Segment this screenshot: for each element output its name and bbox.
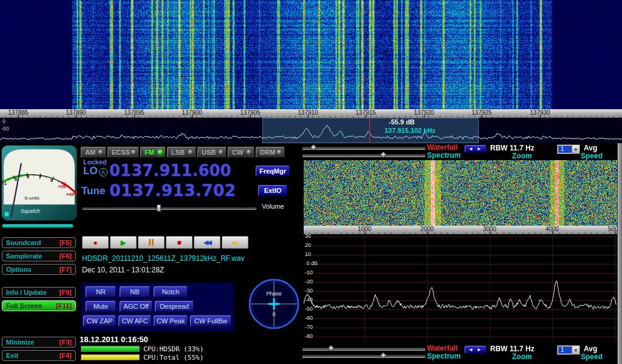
stop-button[interactable]: ■ xyxy=(166,236,193,249)
volume-slider-thumb[interactable] xyxy=(157,204,161,212)
waterfall-contrast-slider[interactable] xyxy=(302,348,425,351)
cw-zap-button[interactable]: CW ZAP xyxy=(83,315,116,326)
strip-axis-label: 0 xyxy=(2,118,5,124)
lo-lock-badge[interactable]: A xyxy=(99,168,108,177)
avg-dropdown[interactable]: 1 ▼ xyxy=(557,345,580,355)
svg-text:+20: +20 xyxy=(58,184,66,189)
avg-label: Avg xyxy=(584,345,597,353)
lo-frequency-display[interactable]: 0137.911.600 xyxy=(109,161,231,180)
waterfall-contrast-slider[interactable] xyxy=(302,147,425,150)
right-scrollbar[interactable] xyxy=(617,143,622,364)
scale-tick: 137905 xyxy=(238,109,262,118)
scale-tick: 137890 xyxy=(64,109,88,118)
s-meter-pivot xyxy=(4,212,9,217)
audio-spectrum-display[interactable] xyxy=(304,234,617,342)
cw-afc-button[interactable]: CW AFC xyxy=(118,315,151,326)
waterfall-label[interactable]: Waterfall xyxy=(427,344,457,352)
rbw-readout: RBW 11.7 Hz xyxy=(490,144,535,152)
spectrum-gain-slider[interactable] xyxy=(302,154,425,157)
despread-button[interactable]: Despread xyxy=(155,301,194,312)
scale-tick: 1000 xyxy=(352,226,377,234)
waterfall-label[interactable]: Waterfall xyxy=(427,143,457,152)
dropdown-arrow-icon[interactable]: ▼ xyxy=(572,145,579,153)
svg-text:5: 5 xyxy=(27,174,30,180)
volume-label: Volume xyxy=(262,203,284,210)
freqmgr-button[interactable]: FreqMgr xyxy=(256,166,290,177)
lo-label: LO xyxy=(83,165,98,177)
svg-text:3: 3 xyxy=(15,177,18,182)
scale-tick: 137915 xyxy=(354,109,378,118)
cw-peak-button[interactable]: CW Peak xyxy=(154,315,188,326)
pan-arrows-button[interactable]: ◄ ► xyxy=(465,145,487,153)
pan-arrows-icon: ◄ ► xyxy=(468,146,483,152)
rbw-readout: RBW 11.7 Hz xyxy=(490,345,535,353)
rewind-icon: ◀◀ xyxy=(203,239,210,246)
pause-icon xyxy=(149,239,154,246)
samplerate-button[interactable]: Samplerate[F6] xyxy=(2,251,76,261)
zoom-band-highlight[interactable] xyxy=(262,118,479,143)
recording-filename: HDSDR_20111210_125611Z_137912kHz_RF.wav xyxy=(82,254,245,263)
audio-waterfall-display[interactable] xyxy=(304,160,617,226)
db-tick: 10 xyxy=(305,251,311,257)
clock-display: 18.12.2011 0:16:50 xyxy=(80,335,148,344)
avg-dropdown[interactable]: 1 ▼ xyxy=(557,144,580,154)
mute-button[interactable]: Mute xyxy=(86,301,116,312)
pause-button[interactable] xyxy=(138,236,165,249)
squelch-label: Squelch xyxy=(21,208,41,214)
spectrum-gain-slider[interactable] xyxy=(302,355,425,358)
phase-value: 0 xyxy=(272,311,275,317)
db-tick: -60 xyxy=(305,315,313,321)
play-button[interactable]: ▶ xyxy=(110,236,137,249)
agc-off-button[interactable]: AGC Off xyxy=(120,301,152,312)
hdsdr-window: 137885 137890 137895 137900 137905 13791… xyxy=(0,0,622,364)
db-tick: -50 xyxy=(305,306,313,312)
svg-text:9: 9 xyxy=(50,178,53,183)
tune-frequency-display[interactable]: 0137.913.702 xyxy=(109,181,236,200)
db-tick: 20 xyxy=(305,242,311,248)
db-tick: -20 xyxy=(305,278,313,285)
stop-icon: ■ xyxy=(177,238,181,247)
scale-tick: 137920 xyxy=(412,109,436,118)
scale-tick: 5000 xyxy=(603,226,617,234)
soundcard-button[interactable]: Soundcard[F5] xyxy=(2,237,76,248)
loop-icon: ∞ xyxy=(232,237,239,248)
scale-tick: 2000 xyxy=(415,226,439,234)
notch-button[interactable]: Notch xyxy=(154,286,188,297)
preview-spectrum[interactable]: 0 -50 -55.9 dB 137.915.102 kHz xyxy=(0,118,622,143)
spectrum-label[interactable]: Spectrum xyxy=(427,151,460,160)
loop-button[interactable]: ∞ xyxy=(222,236,248,249)
pan-arrows-button[interactable]: ◄ ► xyxy=(465,346,487,354)
phase-label: Phase xyxy=(266,291,282,297)
scale-tick: 137910 xyxy=(296,109,320,118)
record-button[interactable]: ● xyxy=(82,236,109,249)
nb-button[interactable]: NB xyxy=(120,286,150,297)
db-tick: -10 xyxy=(305,269,313,275)
frequency-scale[interactable]: 137885 137890 137895 137900 137905 13791… xyxy=(0,109,622,118)
full-screen-button[interactable]: Full Screen[F11] xyxy=(2,300,76,311)
scale-tick: 3000 xyxy=(477,226,502,234)
db-readout: -55.9 dB xyxy=(389,118,415,126)
scale-tick: 137885 xyxy=(6,109,30,118)
scale-tick: 137930 xyxy=(528,109,552,118)
info-update-button[interactable]: Info / Update[F9] xyxy=(2,287,76,298)
avg-label: Avg xyxy=(584,144,597,152)
speed-label: Speed xyxy=(581,352,603,361)
options-button[interactable]: Options[F7] xyxy=(2,264,76,275)
squelch-slider[interactable] xyxy=(2,224,73,228)
zoom-label: Zoom xyxy=(512,352,532,361)
volume-slider[interactable] xyxy=(83,207,256,210)
nr-button[interactable]: NR xyxy=(86,286,116,297)
extio-button[interactable]: ExtIO xyxy=(258,185,287,196)
audio-frequency-scale[interactable]: 1000 2000 3000 4000 5000 xyxy=(304,226,617,235)
main-waterfall-display[interactable] xyxy=(0,0,622,109)
db-tick: 30 xyxy=(305,233,311,239)
svg-text:7: 7 xyxy=(39,175,42,180)
scale-tick: 137895 xyxy=(122,109,146,118)
dropdown-arrow-icon[interactable]: ▼ xyxy=(572,346,579,354)
s-units-label: S-units xyxy=(24,195,39,201)
rewind-button[interactable]: ◀◀ xyxy=(194,236,220,249)
spectrum-label[interactable]: Spectrum xyxy=(427,352,460,360)
cw-fullbw-button[interactable]: CW FullBw xyxy=(190,315,231,326)
freq-readout: 137.915.102 kHz xyxy=(384,127,436,134)
db-tick: 0 dB xyxy=(305,260,318,266)
